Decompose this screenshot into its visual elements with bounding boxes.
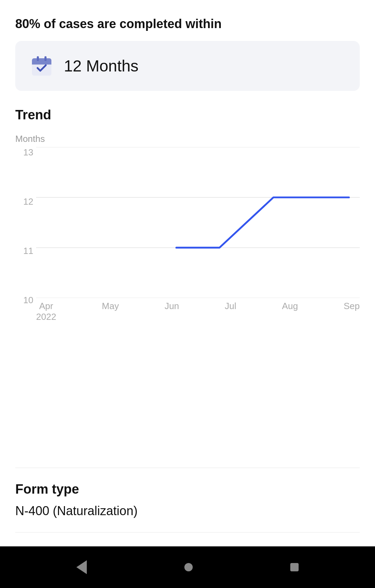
nav-home-button[interactable] — [184, 563, 193, 571]
x-tick-may: May — [102, 301, 119, 322]
trend-chart: Months 13 12 11 10 — [15, 134, 360, 322]
form-type-value: N-400 (Naturalization) — [15, 504, 360, 518]
home-icon — [184, 563, 193, 571]
trend-section: Trend Months 13 12 11 10 — [15, 108, 360, 322]
y-tick-12: 12 — [15, 196, 33, 207]
x-tick-apr: Apr 2022 — [36, 301, 56, 322]
y-axis-label: Months — [15, 134, 360, 144]
calendar-icon — [29, 53, 54, 78]
completion-value: 12 Months — [64, 57, 139, 75]
form-type-section: Form type N-400 (Naturalization) — [15, 482, 360, 518]
chart-plot: Apr 2022 May Jun Jul Aug — [36, 147, 360, 322]
completion-card: 12 Months — [15, 41, 360, 91]
svg-rect-3 — [37, 56, 39, 61]
y-tick-13: 13 — [15, 147, 33, 158]
x-tick-sep: Sep — [344, 301, 360, 322]
nav-recent-button[interactable] — [290, 563, 299, 571]
svg-rect-4 — [44, 56, 47, 61]
y-tick-10: 10 — [15, 295, 33, 306]
page-title: 80% of cases are completed within — [15, 17, 360, 31]
section-divider-1 — [15, 468, 360, 468]
x-tick-jul: Jul — [225, 301, 236, 322]
recent-icon — [290, 563, 299, 571]
back-icon — [76, 560, 87, 574]
section-divider-2 — [15, 532, 360, 532]
form-type-title: Form type — [15, 482, 360, 497]
x-tick-aug: Aug — [282, 301, 298, 322]
x-axis: Apr 2022 May Jun Jul Aug — [36, 301, 360, 322]
nav-bar — [0, 546, 375, 588]
trend-title: Trend — [15, 108, 360, 122]
y-tick-11: 11 — [15, 246, 33, 256]
svg-rect-2 — [32, 62, 51, 65]
y-axis: 13 12 11 10 — [15, 147, 36, 322]
x-tick-jun: Jun — [165, 301, 179, 322]
nav-back-button[interactable] — [76, 560, 87, 574]
